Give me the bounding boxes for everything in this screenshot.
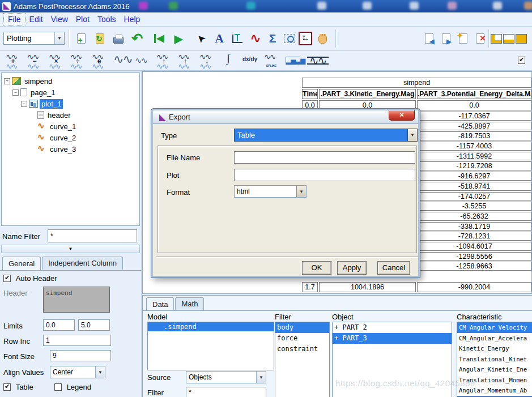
- first-frame-button[interactable]: ◀: [151, 30, 168, 47]
- curve-subtract-icon[interactable]: ∿∿ − ∿∿: [26, 53, 43, 70]
- layout-bottom-button[interactable]: [502, 30, 516, 47]
- chevron-down-icon[interactable]: ▼: [296, 186, 306, 197]
- tree-item-label: curve_1: [48, 122, 78, 131]
- object-list-item[interactable]: + PART_3: [333, 333, 452, 344]
- edit-curve-button[interactable]: ∿: [247, 30, 264, 47]
- ok-button[interactable]: OK: [302, 261, 331, 275]
- print-button[interactable]: [110, 30, 127, 47]
- curve-rectify-icon[interactable]: ∿∿ ∿∿: [134, 53, 151, 70]
- characteristic-list-item[interactable]: Translational_Kinet: [457, 354, 532, 365]
- source-select[interactable]: Objects ▼: [186, 371, 266, 383]
- layout-left-button[interactable]: [490, 30, 503, 47]
- text-tool-button[interactable]: A: [211, 30, 228, 47]
- format-select[interactable]: html ▼: [234, 185, 307, 198]
- fit-view-button[interactable]: ↔↔: [297, 30, 314, 47]
- curve-scale-icon[interactable]: ∿∿ e ∿∿: [91, 53, 108, 70]
- curve-integrate-icon[interactable]: ∿∿ ∫ ∿∿: [220, 53, 237, 70]
- curve-area-icon[interactable]: ∿∿ ↓ ∿∿: [198, 53, 215, 70]
- curve-derivative-icon[interactable]: ∿∿ dx/dy ∿∿: [241, 53, 258, 70]
- collapse-tree-button[interactable]: ▼: [1, 245, 140, 253]
- select-pointer-button[interactable]: ➤: [193, 30, 210, 47]
- menu-file[interactable]: File: [3, 13, 25, 25]
- plot-limits-button[interactable]: [229, 30, 246, 47]
- curve-negate-icon[interactable]: ∿∿ ∿∿: [112, 53, 129, 70]
- undo-button[interactable]: ↶: [129, 30, 146, 47]
- curve-spline-icon[interactable]: ∿∿ SPLINE ∿∿: [263, 53, 280, 70]
- page-delete-button[interactable]: ✕: [471, 30, 488, 47]
- chevron-down-icon[interactable]: ▼: [95, 366, 105, 378]
- tree-expander[interactable]: −: [12, 89, 19, 96]
- plot-input[interactable]: [234, 169, 415, 181]
- apply-button[interactable]: Apply: [337, 261, 367, 275]
- limits-min-input[interactable]: [43, 319, 75, 331]
- filter-list-item[interactable]: constraint: [275, 344, 329, 355]
- tab-independent-column[interactable]: Independent Column: [42, 257, 123, 270]
- tab-data[interactable]: Data: [146, 297, 174, 311]
- object-list-item[interactable]: + PART_2: [333, 322, 452, 333]
- filter-list-item[interactable]: force: [275, 333, 329, 344]
- tree-expander[interactable]: [29, 112, 36, 118]
- row-inc-input[interactable]: [43, 335, 111, 346]
- tab-math[interactable]: Math: [175, 297, 204, 310]
- tree-expander[interactable]: −: [21, 101, 27, 107]
- tree-expander[interactable]: [29, 135, 36, 141]
- chevron-down-icon[interactable]: ▼: [407, 129, 417, 141]
- curve-divide-icon[interactable]: ∿∿ ÷ ∿∿: [69, 53, 86, 70]
- menu-tools[interactable]: Tools: [93, 14, 120, 25]
- toolbar-checkbox[interactable]: [518, 57, 525, 64]
- curve-multiply-icon[interactable]: ∿∿ × ∿∿: [48, 53, 65, 70]
- play-button[interactable]: ▶: [170, 30, 187, 47]
- curve-clip-icon[interactable]: ∿∿ ∿∿: [306, 53, 323, 70]
- cancel-button[interactable]: Cancel: [377, 261, 410, 275]
- chevron-down-icon[interactable]: ▼: [54, 32, 64, 44]
- tree-item[interactable]: curve_1: [29, 121, 139, 132]
- export-dialog-titlebar[interactable]: Export ×: [153, 110, 418, 124]
- tree-expander[interactable]: [29, 146, 36, 152]
- chevron-down-icon[interactable]: ▼: [256, 372, 266, 383]
- name-filter-input[interactable]: [48, 229, 137, 242]
- tree-expander[interactable]: +: [4, 78, 10, 84]
- tree-expander[interactable]: [29, 123, 36, 130]
- filter-list-item[interactable]: body: [275, 322, 329, 333]
- tree-item[interactable]: header: [29, 109, 139, 121]
- page-new-button[interactable]: ✦: [454, 30, 471, 47]
- mode-selector[interactable]: Plotting ▼: [3, 32, 65, 45]
- model-list-item[interactable]: .simpend: [148, 322, 274, 331]
- tree-item[interactable]: + simpend: [4, 75, 139, 87]
- tree-item[interactable]: − plot_1: [21, 98, 139, 109]
- file-name-input[interactable]: [234, 151, 415, 164]
- tree-item[interactable]: − page_1: [12, 87, 139, 98]
- limits-max-input[interactable]: [78, 319, 110, 331]
- menu-edit[interactable]: Edit: [25, 14, 47, 25]
- curve-add-icon[interactable]: ∿∿ + ∿∿: [5, 53, 22, 70]
- characteristic-list-item[interactable]: Angular_Kinetic_Ene: [457, 364, 532, 375]
- sum-button[interactable]: Σ: [264, 30, 281, 47]
- filter-input[interactable]: [186, 387, 266, 397]
- tab-general[interactable]: General: [2, 257, 41, 270]
- auto-header-checkbox[interactable]: [3, 275, 11, 282]
- menu-view[interactable]: View: [47, 14, 72, 25]
- menu-plot[interactable]: Plot: [72, 14, 93, 25]
- curve-shift-icon[interactable]: ∿∿ ↑ ∿∿: [177, 53, 194, 70]
- close-icon[interactable]: ×: [389, 110, 415, 121]
- curve-offset-icon[interactable]: ∿∿ ↑ ∿∿: [155, 53, 172, 70]
- reload-button[interactable]: ↻: [91, 30, 108, 47]
- zoom-window-button[interactable]: [281, 30, 298, 47]
- characteristic-list-item[interactable]: CM_Angular_Velocity: [457, 322, 532, 333]
- tree-item[interactable]: curve_3: [29, 143, 139, 155]
- characteristic-list-item[interactable]: CM_Angular_Accelera: [457, 333, 532, 344]
- characteristic-list-item[interactable]: Kinetic_Energy: [457, 343, 532, 354]
- align-values-select[interactable]: Center ▼: [50, 366, 105, 378]
- page-back-button[interactable]: ◀: [420, 30, 437, 47]
- menu-help[interactable]: Help: [120, 14, 144, 25]
- new-page-button[interactable]: +: [73, 30, 90, 47]
- tree-item[interactable]: curve_2: [29, 132, 139, 143]
- type-select[interactable]: Table ▼: [234, 129, 418, 142]
- plot-statistics-icon[interactable]: ∿∿ ▂▅▃▆ ∿∿: [284, 53, 301, 70]
- page-forward-button[interactable]: ▶: [437, 30, 454, 47]
- legend-checkbox[interactable]: [54, 383, 62, 391]
- font-size-input[interactable]: [50, 350, 111, 361]
- table-checkbox[interactable]: [3, 383, 11, 391]
- characteristic-list-label: Characteristic: [457, 313, 501, 321]
- pan-button[interactable]: [314, 30, 331, 47]
